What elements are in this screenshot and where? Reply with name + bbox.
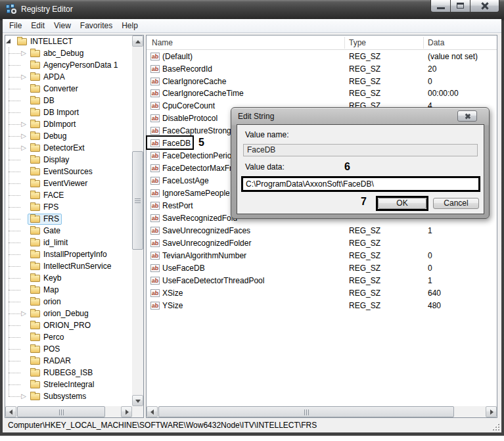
string-value-icon: ab [150,89,160,97]
scroll-right-button[interactable] [121,406,132,417]
tree-vscroll-thumb[interactable] [132,151,143,250]
column-header-type[interactable]: Type [349,35,366,50]
menu-edit[interactable]: Edit [26,19,49,33]
tree-item-id-limit[interactable]: id_limit [5,237,132,248]
string-value-icon: ab [150,227,160,235]
tree-item-display[interactable]: Display [5,154,132,166]
tree-item-installpropertyinfo[interactable]: InstallPropertyInfo [5,248,132,260]
menu-favorites[interactable]: Favorites [76,19,117,33]
tree-guide-stub [9,148,20,149]
tree-item-subsystems[interactable]: ▷Subsystems [5,390,132,402]
value-data: 00:00:00 [428,87,459,100]
minimize-button[interactable] [430,0,451,12]
tree-item-gate[interactable]: Gate [5,225,132,237]
scroll-down-button[interactable] [132,395,143,406]
tree-item-keyb[interactable]: Keyb [5,272,132,284]
value-name: SaveRecognizedFold [162,212,237,225]
tree-item-debug[interactable]: ▷Debug [5,130,132,142]
value-row-ysize[interactable]: abYSizeREG_SZ480 [147,300,497,312]
tree-item-map[interactable]: Map [5,284,132,296]
tree-item-orion-pro[interactable]: ORION_PRO [5,319,132,331]
value-row-saveunrecognizedfolder[interactable]: abSaveUnrecognizedFolderREG_SZ [147,237,497,250]
close-button[interactable] [470,0,499,12]
tree-item-strelecintegral[interactable]: StrelecIntegral [5,379,132,390]
expander-collapsed-icon[interactable]: ▷ [20,393,27,400]
expander-collapsed-icon[interactable]: ▷ [20,145,27,151]
tree-item-db-import[interactable]: DB Import [5,106,132,118]
tree-item-pos[interactable]: POS [5,343,132,355]
value-data-input[interactable] [243,178,478,190]
tree-item-abc-debug[interactable]: ▷abc_Debug [5,47,132,59]
tree-item-agencypersondata-1[interactable]: AgencyPersonData 1 [5,59,132,71]
value-data: 0 [428,262,432,275]
dialog-title: Edit String [238,110,274,122]
value-row-usefacedetectorthreadpool[interactable]: abUseFaceDetectorThreadPoolREG_SZ1 [147,275,497,287]
dialog-close-button[interactable] [457,110,477,122]
menu-view[interactable]: View [49,19,76,33]
tree-guide-stub [9,89,20,89]
tree-item-apda[interactable]: ▷APDA [5,71,132,83]
column-separator[interactable] [344,37,345,49]
tree-item-face[interactable]: FACE [5,189,132,201]
tree-item-label: DbImport [43,120,76,129]
thumb-grip [61,409,62,415]
tree-item-db[interactable]: DB [5,95,132,106]
column-separator[interactable] [423,37,424,49]
tree-item-orion-debug[interactable]: ▷orion_Debug [5,308,132,319]
column-header-data[interactable]: Data [428,35,444,50]
folder-icon [30,298,40,306]
cancel-button[interactable]: Cancel [433,198,479,209]
scroll-up-button[interactable] [132,35,143,47]
tree-item-converter[interactable]: Converter [5,83,132,95]
scroll-left-button[interactable] [147,406,158,417]
folder-icon [30,322,40,329]
expander-collapsed-icon[interactable]: ▷ [20,133,27,139]
value-row--default-[interactable]: ab(Default)REG_SZ(value not set) [147,51,497,63]
tree-hscroll-thumb[interactable] [17,406,105,417]
list-hscroll-thumb[interactable] [158,406,454,417]
value-row-tevianalgorithmnumber[interactable]: abTevianAlgorithmNumberREG_SZ0 [147,250,497,262]
tree-item-frs[interactable]: FRS [5,213,132,225]
maximize-button[interactable] [451,0,470,12]
tree-item-detectorext[interactable]: ▷DetectorExt [5,142,132,154]
value-row-xsize[interactable]: abXSizeREG_SZ640 [147,287,497,300]
scroll-right-button[interactable] [486,406,497,417]
column-header-name[interactable]: Name [152,35,173,50]
tree-item-eventsources[interactable]: EventSources [5,166,132,177]
title-bar[interactable]: Registry Editor [0,0,504,19]
expander-collapsed-icon[interactable]: ▷ [20,310,27,317]
value-row-usefacedb[interactable]: abUseFaceDBREG_SZ0 [147,262,497,275]
tree-item-intellectrunservice[interactable]: IntellectRunService [5,260,132,272]
tree-horizontal-scrollbar[interactable] [5,406,132,417]
value-row-saveunrecognizedfaces[interactable]: abSaveUnrecognizedFacesREG_SZ1 [147,225,497,237]
maximize-icon [457,3,464,9]
expander-expanded-icon[interactable] [5,38,12,45]
tree-item-eventviewer[interactable]: EventViewer [5,177,132,189]
expander-collapsed-icon[interactable]: ▷ [20,50,27,57]
scroll-left-button[interactable] [5,406,16,417]
tree-item-label: Gate [43,226,60,235]
value-row-clearignorecache[interactable]: abClearIgnoreCacheREG_SZ0 [147,76,497,88]
menu-file[interactable]: File [5,19,26,33]
expander-collapsed-icon[interactable]: ▷ [20,74,27,80]
tree-item-intellect[interactable]: INTELLECT [5,35,132,47]
value-row-baserecordid[interactable]: abBaseRecordIdREG_SZ20 [147,63,497,76]
list-horizontal-scrollbar[interactable] [147,406,497,417]
value-row-clearignorecachetime[interactable]: abClearIgnoreCacheTimeREG_SZ00:00:00 [147,87,497,100]
folder-icon [30,346,40,353]
folder-icon [30,251,40,258]
tree-guide-stub [9,373,20,373]
tree-item-dbimport[interactable]: ▷DbImport [5,118,132,130]
ok-button[interactable]: OK [378,198,426,209]
value-data: 0 [428,250,432,262]
value-name-field: FaceDB [243,144,478,156]
tree-item-fps[interactable]: FPS [5,201,132,213]
tree-item-orion[interactable]: orion [5,296,132,308]
tree-vertical-scrollbar[interactable] [132,35,143,406]
expander-collapsed-icon[interactable]: ▷ [20,121,27,128]
annotation-step-5: 5 [198,137,204,149]
tree-item-rubeg8-isb[interactable]: RUBEG8_ISB [5,367,132,379]
menu-help[interactable]: Help [117,19,143,33]
tree-item-radar[interactable]: RADAR [5,355,132,367]
tree-item-perco[interactable]: Perco [5,331,132,343]
